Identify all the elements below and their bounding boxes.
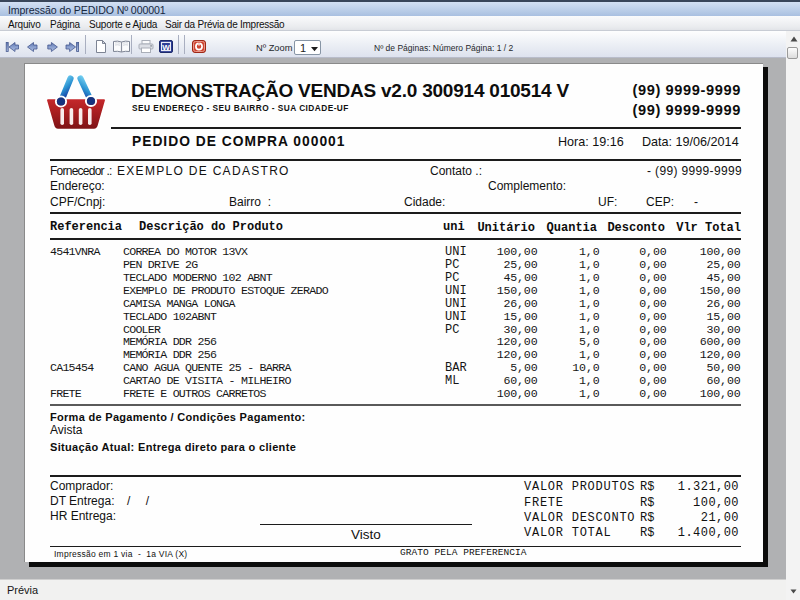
svg-text:W: W <box>162 43 170 52</box>
